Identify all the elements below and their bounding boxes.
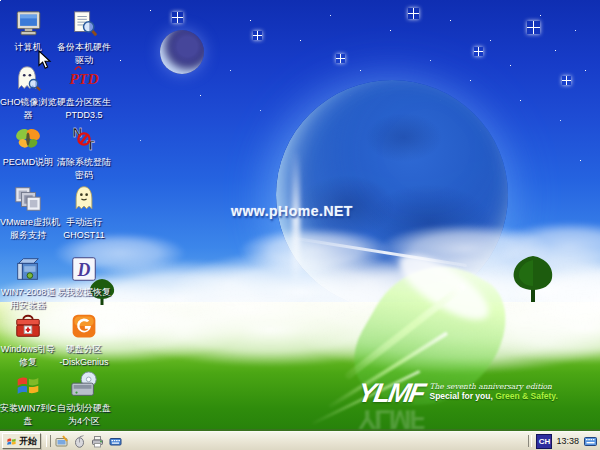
- stars: [0, 0, 1, 1]
- printer-tool-icon[interactable]: [90, 434, 104, 448]
- diskgenius-g-icon: [67, 310, 101, 342]
- desktop-icon-install-win7[interactable]: 安装WIN7到C 盘: [0, 369, 56, 427]
- logo-tagline: The seventh anniversary edition: [430, 382, 558, 391]
- desktop-icon-clear-password[interactable]: N T 清除系统登陆 密码: [56, 123, 112, 181]
- slogan-green: Green & Safety.: [495, 391, 558, 401]
- icon-label: WIN7-2008通: [0, 287, 56, 298]
- desktop-icon-computer[interactable]: 计算机: [0, 8, 56, 55]
- icon-label: -DiskGenius: [56, 357, 112, 368]
- icon-label: 安装WIN7到C: [0, 403, 56, 414]
- icon-label: 自动划分硬盘: [56, 403, 112, 414]
- harddisk-disc-icon: [67, 369, 101, 401]
- tray-clock[interactable]: 13:38: [556, 436, 579, 446]
- icon-label: VMware虚拟机: [0, 217, 56, 228]
- desktop-icon-data-recovery[interactable]: D 易我数据恢复: [56, 253, 112, 300]
- star-sparkle-icon: [253, 31, 262, 40]
- tree-large: [506, 254, 560, 304]
- ylmf-brand-text: YLMF: [356, 380, 426, 406]
- input-method-indicator[interactable]: CH: [536, 434, 552, 449]
- desktop-icon-diskgenius[interactable]: 硬盘分区 -DiskGenius: [56, 310, 112, 368]
- vmware-icon: [11, 183, 45, 215]
- windows-flag-icon: [11, 369, 45, 401]
- system-tray: CH 13:38: [536, 434, 600, 449]
- mouse-tool-icon[interactable]: [72, 434, 86, 448]
- icon-label: 硬盘分区: [56, 344, 112, 355]
- watermark-text: www.pHome.NET: [231, 203, 353, 219]
- tray-separator: [528, 435, 532, 447]
- icon-label: PECMD说明: [0, 157, 56, 168]
- icon-label: 服务支持: [0, 230, 56, 241]
- star-sparkle-icon: [527, 21, 540, 34]
- ylmf-brand-reflection: YLMF: [356, 406, 426, 432]
- icon-label: 盘: [0, 416, 56, 427]
- butterfly-icon: [11, 123, 45, 155]
- nt-password-icon: N T: [67, 123, 101, 155]
- desktop-icon-vmware-support[interactable]: VMware虚拟机 服务支持: [0, 183, 56, 241]
- star-sparkle-icon: [408, 8, 419, 19]
- desktop-icon-boot-repair[interactable]: Windows引导 修复: [0, 310, 56, 368]
- letter-d-logo-icon: D: [67, 253, 101, 285]
- desktop-icon-pecmd-help[interactable]: PECMD说明: [0, 123, 56, 170]
- desktop-icon-auto-partition[interactable]: 自动划分硬盘 为4个区: [56, 369, 112, 427]
- desktop-icon-win7-2008-installer[interactable]: WIN7-2008通 用安装器: [0, 253, 56, 311]
- icon-label: 硬盘分区医生: [56, 97, 112, 108]
- computer-icon: [11, 8, 45, 40]
- icon-label: 器: [0, 110, 56, 121]
- icon-label: 备份本机硬件: [56, 42, 112, 53]
- icon-label: GHO镜像浏览: [0, 97, 56, 108]
- start-button-label: 开始: [19, 435, 37, 447]
- ylmf-logo: YLMF YLMF The seventh anniversary editio…: [358, 380, 558, 432]
- show-desktop-icon[interactable]: [54, 434, 68, 448]
- document-magnifier-icon: [67, 8, 101, 40]
- keyboard-tool-icon[interactable]: [108, 434, 122, 448]
- cloud: [240, 228, 390, 273]
- mouse-cursor: [38, 50, 52, 74]
- windows-flag-icon: [6, 436, 17, 447]
- star-sparkle-icon: [562, 76, 571, 85]
- ghost-icon: [67, 183, 101, 215]
- star-sparkle-icon: [474, 47, 483, 56]
- desktop-icon-backup-drivers[interactable]: 备份本机硬件 驱动: [56, 8, 112, 66]
- icon-label: 密码: [56, 170, 112, 181]
- icon-label: Windows引导: [0, 344, 56, 355]
- desktop-screen: www.pHome.NET YLMF YLMF The seventh anni…: [0, 0, 600, 450]
- desktop-icon-ptdd[interactable]: PTD 硬盘分区医生 PTDD3.5: [56, 63, 112, 121]
- svg-text:D: D: [77, 260, 91, 280]
- desktop-icon-run-ghost[interactable]: 手动运行 GHOST11: [56, 183, 112, 241]
- icon-label: PTDD3.5: [56, 110, 112, 121]
- logo-slogan: Special for you, Green & Safety.: [430, 391, 558, 401]
- crescent-moon: [160, 30, 204, 74]
- quick-launch-handle[interactable]: [46, 435, 51, 447]
- first-aid-toolbox-icon: [11, 310, 45, 342]
- start-button[interactable]: 开始: [2, 433, 41, 449]
- software-box-icon: [11, 253, 45, 285]
- icon-label: GHOST11: [56, 230, 112, 241]
- taskbar: 开始: [0, 431, 600, 450]
- icon-label: 清除系统登陆: [56, 157, 112, 168]
- svg-text:PTD: PTD: [69, 71, 98, 87]
- icon-label: 为4个区: [56, 416, 112, 427]
- icon-label: 修复: [0, 357, 56, 368]
- icon-label: 易我数据恢复: [56, 287, 112, 298]
- star-sparkle-icon: [336, 54, 345, 63]
- icon-label: 手动运行: [56, 217, 112, 228]
- star-sparkle-icon: [172, 12, 183, 23]
- soft-keyboard-tray-icon[interactable]: [583, 434, 597, 448]
- ptdd-logo-icon: PTD: [67, 63, 101, 95]
- slogan-white: Special for you,: [430, 391, 496, 401]
